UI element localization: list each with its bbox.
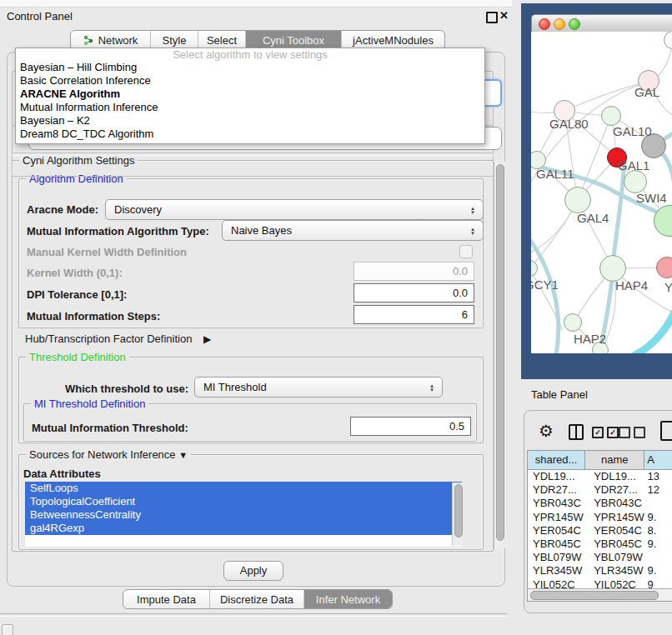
tab-jactivemnodules[interactable]: jActiveMNodules — [342, 31, 444, 49]
table-cell: YPR145W — [528, 511, 585, 524]
which-threshold-combobox[interactable]: MI Threshold ▴▾ — [194, 377, 443, 398]
mi-threshold-label: Mutual Information Threshold: — [32, 422, 188, 434]
node-label: GAL — [634, 85, 659, 99]
tab-impute-data[interactable]: Impute Data — [123, 590, 210, 608]
column-header-partial[interactable]: A — [644, 451, 672, 469]
table-row[interactable]: YDL19...YDL19...13 — [528, 470, 672, 483]
dpi-tolerance-field[interactable]: 0.0 — [354, 283, 474, 302]
column-header-shared-name[interactable]: shared... — [528, 451, 585, 469]
mi-steps-field[interactable]: 6 — [354, 305, 474, 324]
file-function-icon[interactable] — [660, 421, 672, 441]
kernel-width-field[interactable]: 0.0 — [354, 262, 474, 281]
table-cell: 12 — [645, 483, 672, 497]
algorithm-dropdown-placeholder: Select algorithm to view settings — [16, 48, 484, 61]
group-divider-line — [12, 152, 494, 156]
algorithm-option[interactable]: Mutual Information Inference — [16, 101, 484, 114]
sources-title-text: Sources for Network Inference — [29, 448, 176, 461]
manual-kernel-checkbox[interactable] — [459, 245, 473, 258]
gear-icon[interactable]: ⚙ — [539, 421, 554, 441]
data-attribute-item[interactable]: SelfLoops — [25, 482, 462, 495]
kernel-width-label: Kernel Width (0,1): — [27, 267, 123, 279]
node-label: HAP2 — [574, 332, 606, 346]
node-label: HAP4 — [615, 278, 648, 292]
table-cell: YPR145W — [585, 511, 644, 524]
network-node[interactable] — [564, 187, 591, 213]
table-hscrollbar-thumb[interactable] — [530, 591, 659, 600]
manual-kernel-label: Manual Kernel Width Definition — [27, 246, 187, 258]
select-all-icon[interactable]: ✓✓ — [592, 427, 619, 438]
algorithm-option[interactable]: ARACNE Algorithm — [16, 88, 484, 101]
tab-cyni-toolbox[interactable]: Cyni Toolbox — [246, 31, 342, 49]
deselect-all-icon[interactable] — [619, 427, 645, 438]
zoom-traffic-light-icon[interactable] — [569, 18, 580, 30]
algorithm-option[interactable]: Dream8 DC_TDC Algorithm — [16, 128, 484, 141]
data-attributes-items: SelfLoopsTopologicalCoefficientBetweenne… — [25, 482, 462, 535]
algorithm-option[interactable]: Bayesian – Hill Climbing — [16, 61, 484, 74]
table-cell: YBR043C — [585, 497, 644, 510]
attributes-scrollbar-thumb[interactable] — [454, 484, 463, 538]
table-row[interactable]: YBR045CYBR045C9. — [528, 538, 672, 551]
table-cell — [645, 497, 672, 510]
network-node[interactable] — [531, 260, 538, 277]
network-node[interactable] — [624, 170, 647, 193]
table-cell: 13 — [645, 470, 672, 483]
table-row[interactable]: YER054CYER054C8. — [528, 524, 672, 538]
aracne-mode-combobox[interactable]: Discovery ▴▾ — [105, 199, 484, 220]
column-layout-icon[interactable] — [569, 424, 584, 440]
column-header-name[interactable]: name — [585, 451, 644, 469]
close-window-icon[interactable]: ✕ — [499, 9, 509, 22]
network-node[interactable] — [664, 32, 672, 49]
tab-select[interactable]: Select — [198, 31, 246, 49]
network-node[interactable] — [601, 106, 621, 126]
collapsed-panel-icon[interactable] — [2, 624, 13, 635]
which-threshold-label: Which threshold to use: — [65, 382, 188, 395]
algorithm-dropdown-list: Select algorithm to view settings Bayesi… — [15, 48, 485, 144]
algorithm-dropdown-items: Bayesian – Hill ClimbingBasic Correlatio… — [16, 61, 484, 141]
node-table: shared... name A YDL19...YDL19...13YDR27… — [527, 450, 672, 602]
network-node[interactable] — [564, 313, 582, 332]
close-traffic-light-icon[interactable] — [539, 18, 550, 30]
network-window-titlebar[interactable] — [531, 14, 672, 33]
algorithm-option[interactable]: Basic Correlation Inference — [16, 74, 484, 88]
node-label: GAL80 — [549, 117, 589, 131]
network-canvas[interactable]: GALGAL80GAL10GAL11GAL1SWI4GAL4GCY1HAP4YH… — [531, 32, 672, 353]
mi-threshold-group-title: MI Threshold Definition — [31, 398, 148, 410]
network-node[interactable] — [656, 257, 672, 278]
apply-button[interactable]: Apply — [223, 561, 283, 581]
settings-scrollbar-thumb[interactable] — [496, 164, 504, 541]
table-cell: YBR045C — [528, 538, 585, 551]
data-attribute-item[interactable]: TopologicalCoefficient — [25, 495, 462, 508]
table-row[interactable]: YLR345WYLR345W9. — [528, 564, 672, 578]
table-cell: YDL19... — [585, 470, 644, 483]
control-panel-title: Control Panel — [7, 10, 73, 22]
combo-arrows-icon: ▴▾ — [466, 206, 483, 214]
table-cell: YBL079W — [585, 551, 644, 564]
data-attribute-item[interactable]: gal4RGexp — [25, 522, 462, 535]
settings-scrollbar-track[interactable] — [494, 162, 505, 548]
table-row[interactable]: YBR043CYBR043C — [528, 497, 672, 510]
minimize-traffic-light-icon[interactable] — [554, 18, 565, 30]
tab-infer-network[interactable]: Infer Network — [304, 590, 392, 608]
control-panel-titlebar — [0, 7, 510, 27]
tab-style[interactable]: Style — [151, 31, 198, 49]
hub-expander[interactable]: Hub/Transcription Factor Definition ▶ — [25, 332, 211, 345]
table-cell: YBR043C — [528, 497, 585, 510]
data-attribute-item[interactable]: BetweennessCentrality — [25, 508, 462, 522]
combo-arrows-icon: ▴▾ — [425, 383, 442, 392]
aracne-mode-value: Discovery — [106, 203, 466, 216]
table-row[interactable]: YDR27...YDR27...12 — [528, 483, 672, 497]
table-hscrollbar-track[interactable] — [528, 588, 672, 601]
tab-discretize-data[interactable]: Discretize Data — [210, 590, 304, 608]
mi-type-combobox[interactable]: Naive Bayes ▴▾ — [222, 220, 484, 241]
tab-select-label: Select — [207, 34, 237, 47]
attributes-scrollbar-track[interactable] — [452, 482, 463, 546]
algorithm-option[interactable]: Bayesian – K2 — [16, 114, 484, 128]
tab-network[interactable]: Network — [71, 31, 151, 49]
expander-down-arrow-icon[interactable]: ▼ — [178, 450, 188, 460]
network-node[interactable] — [654, 205, 672, 237]
table-row[interactable]: YBL079WYBL079W — [528, 551, 672, 564]
mi-threshold-field[interactable]: 0.5 — [350, 417, 471, 436]
table-row[interactable]: YPR145WYPR145W9. — [528, 511, 672, 524]
float-window-icon[interactable] — [486, 12, 498, 23]
which-threshold-value: MI Threshold — [195, 381, 425, 393]
